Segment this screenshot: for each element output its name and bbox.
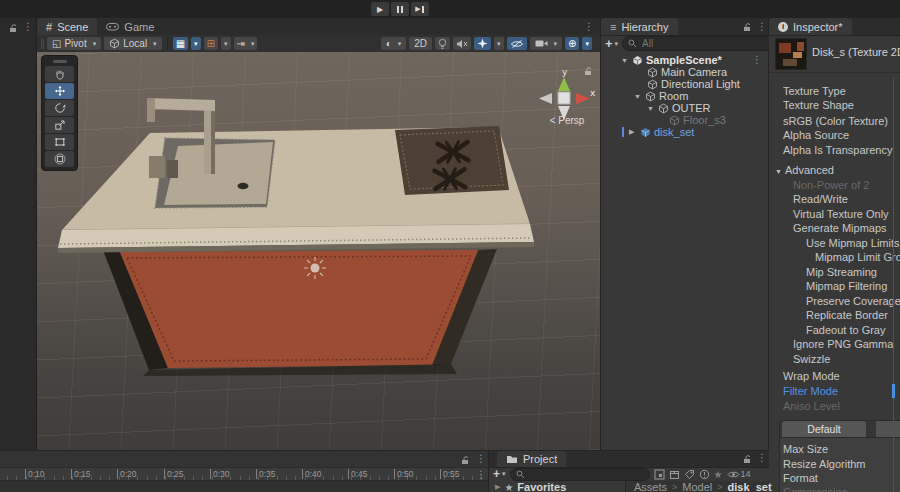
project-menu-icon[interactable]: ⋮ bbox=[757, 453, 767, 463]
breadcrumb-model[interactable]: Model bbox=[682, 481, 712, 492]
scene-menu-icon[interactable]: ⋮ bbox=[584, 22, 594, 32]
gizmo-lock-icon[interactable] bbox=[583, 66, 593, 76]
chevron-down-icon[interactable]: ▾ bbox=[502, 470, 506, 478]
2d-toggle-button[interactable]: 2D bbox=[409, 37, 432, 50]
rect-tool-button[interactable] bbox=[45, 134, 74, 150]
unlock-icon[interactable] bbox=[8, 23, 18, 33]
tree-item-samplescene[interactable]: ▼ SampleScene* ⋮ bbox=[601, 54, 768, 66]
gizmo-center-cube[interactable] bbox=[558, 92, 570, 104]
grid-visibility-button[interactable]: ▦ bbox=[173, 37, 188, 50]
project-search-input[interactable] bbox=[528, 468, 644, 481]
tree-item-room[interactable]: ▼ Room bbox=[601, 90, 768, 102]
timeline-menu-icon[interactable]: ⋮ bbox=[476, 454, 486, 464]
left-collapsed-panel: ⋮ bbox=[0, 18, 37, 450]
prop-filter-mode[interactable]: Filter Mode bbox=[783, 384, 838, 398]
tree-item-floor-s3[interactable]: Floor_s3 bbox=[601, 114, 768, 126]
snap-increment-button[interactable]: ⊞ bbox=[204, 37, 218, 50]
overlay-drag-handle[interactable] bbox=[53, 60, 67, 63]
gizmos-button[interactable]: ⊕ bbox=[565, 37, 579, 50]
warning-icon[interactable] bbox=[699, 469, 710, 480]
projection-mode-label[interactable]: < Persp bbox=[529, 115, 600, 126]
handle-rotation-button[interactable]: Local ▾ bbox=[104, 37, 161, 50]
pivot-button[interactable]: ◱ Pivot ▾ bbox=[47, 37, 101, 50]
package-icon[interactable] bbox=[669, 469, 680, 480]
prop-generate-mipmaps: Generate Mipmaps bbox=[793, 221, 887, 235]
project-toolbar: + ▾ ★ 14 bbox=[489, 467, 769, 481]
grid-visibility-dropdown[interactable]: ▾ bbox=[191, 37, 201, 50]
tab-game[interactable]: Game bbox=[97, 18, 163, 35]
breadcrumb-disk-set[interactable]: disk_set bbox=[728, 481, 772, 492]
prop-wrap-mode: Wrap Mode bbox=[783, 369, 840, 383]
breadcrumb-assets[interactable]: Assets bbox=[634, 481, 667, 492]
foldout-closed-icon[interactable]: ▶ bbox=[629, 128, 637, 136]
scene-audio-button[interactable] bbox=[453, 37, 471, 50]
foldout-open-icon[interactable]: ▼ bbox=[647, 105, 655, 112]
search-in-window-icon[interactable] bbox=[654, 469, 665, 480]
step-button[interactable]: ▶ bbox=[411, 2, 429, 16]
tree-item-disk-set[interactable]: ▶ disk_set bbox=[601, 126, 768, 138]
tree-item-directional-light[interactable]: Directional Light bbox=[601, 78, 768, 90]
tab-label: Inspector* bbox=[793, 21, 843, 33]
ruler-menu-icon[interactable]: ⋮ bbox=[476, 470, 486, 480]
tab-hierarchy[interactable]: ≡ Hierarchy bbox=[601, 18, 678, 35]
rotate-tool-button[interactable] bbox=[45, 100, 74, 116]
camera-settings-button[interactable]: ▾ bbox=[530, 37, 563, 50]
search-input[interactable] bbox=[640, 37, 776, 50]
hierarchy-menu-icon[interactable]: ⋮ bbox=[757, 22, 767, 32]
play-button[interactable]: ▶ bbox=[371, 2, 389, 16]
panel-menu-icon[interactable]: ⋮ bbox=[23, 22, 33, 32]
gizmos-dropdown[interactable]: ▾ bbox=[582, 37, 592, 50]
effects-button[interactable] bbox=[474, 37, 491, 50]
unlock-icon[interactable] bbox=[460, 455, 470, 465]
scene-panel: # Scene Game ⋮ ◱ Pivot ▾ Local ▾ ▦ bbox=[37, 18, 600, 450]
project-search[interactable] bbox=[510, 468, 650, 481]
foldout-closed-icon[interactable]: ▶ bbox=[495, 483, 500, 491]
draw-mode-button[interactable]: ◐▾ bbox=[381, 37, 407, 50]
scene-options-icon[interactable]: ⋮ bbox=[752, 55, 762, 65]
unlock-icon[interactable] bbox=[742, 22, 752, 32]
timeline-ruler[interactable]: 0:10 0:15 0:20 0:25 0:30 0:35 0:40 0:45 … bbox=[0, 467, 488, 481]
prop-format: Format bbox=[783, 471, 818, 485]
label-tag-icon[interactable] bbox=[684, 469, 695, 480]
favorites-row[interactable]: ▶ ★ Favorites bbox=[489, 481, 626, 492]
scale-tool-button[interactable] bbox=[45, 117, 74, 133]
hidden-objects-button[interactable] bbox=[507, 37, 527, 50]
gizmo-y-cone[interactable] bbox=[558, 77, 570, 91]
toolbar-drag-handle[interactable] bbox=[41, 39, 44, 49]
snap-move-button[interactable]: ⇥▾ bbox=[234, 37, 258, 50]
scene-toolbar: ◱ Pivot ▾ Local ▾ ▦ ▾ ⊞ ▾ ⇥▾ ◐▾ 2D bbox=[37, 35, 600, 53]
add-object-button[interactable]: + bbox=[605, 36, 613, 51]
scene-lighting-button[interactable] bbox=[435, 37, 450, 50]
effects-dropdown[interactable]: ▾ bbox=[494, 37, 504, 50]
hand-tool-button[interactable] bbox=[45, 66, 74, 82]
move-tool-button[interactable] bbox=[45, 83, 74, 99]
prop-alpha-source: Alpha Source bbox=[783, 128, 849, 142]
timeline-track-area[interactable] bbox=[0, 481, 488, 492]
transform-tool-button[interactable] bbox=[45, 151, 74, 167]
pause-button[interactable] bbox=[391, 2, 409, 16]
scene-viewport[interactable]: y x < Persp bbox=[37, 52, 600, 450]
star-icon[interactable]: ★ bbox=[714, 469, 723, 480]
prop-compression: Compression bbox=[783, 485, 848, 492]
foldout-open-icon[interactable]: ▼ bbox=[621, 57, 629, 64]
tab-scene[interactable]: # Scene bbox=[37, 18, 97, 35]
unlock-icon[interactable] bbox=[742, 454, 752, 464]
foldout-advanced[interactable]: ▼Advanced bbox=[775, 163, 834, 177]
tree-item-outer[interactable]: ▼ OUTER bbox=[601, 102, 768, 114]
eye-icon[interactable] bbox=[727, 470, 740, 479]
snap-increment-dropdown[interactable]: ▾ bbox=[221, 37, 231, 50]
platform-tab-stub[interactable] bbox=[876, 421, 900, 437]
add-asset-button[interactable]: + bbox=[493, 467, 500, 481]
tree-item-main-camera[interactable]: Main Camera bbox=[601, 66, 768, 78]
tab-inspector[interactable]: i Inspector* bbox=[769, 18, 852, 35]
hierarchy-search[interactable] bbox=[622, 36, 782, 51]
foldout-open-icon[interactable]: ▼ bbox=[634, 93, 642, 100]
gizmo-left-cone[interactable] bbox=[539, 93, 552, 104]
scene-icon bbox=[632, 55, 643, 66]
item-label: Directional Light bbox=[661, 78, 740, 90]
gizmo-x-cone[interactable] bbox=[576, 93, 590, 104]
prop-srgb: sRGB (Color Texture) bbox=[783, 114, 888, 128]
platform-tab-default[interactable]: Default bbox=[782, 421, 866, 437]
chevron-down-icon[interactable]: ▾ bbox=[615, 40, 619, 48]
tab-project[interactable]: Project bbox=[497, 451, 566, 467]
